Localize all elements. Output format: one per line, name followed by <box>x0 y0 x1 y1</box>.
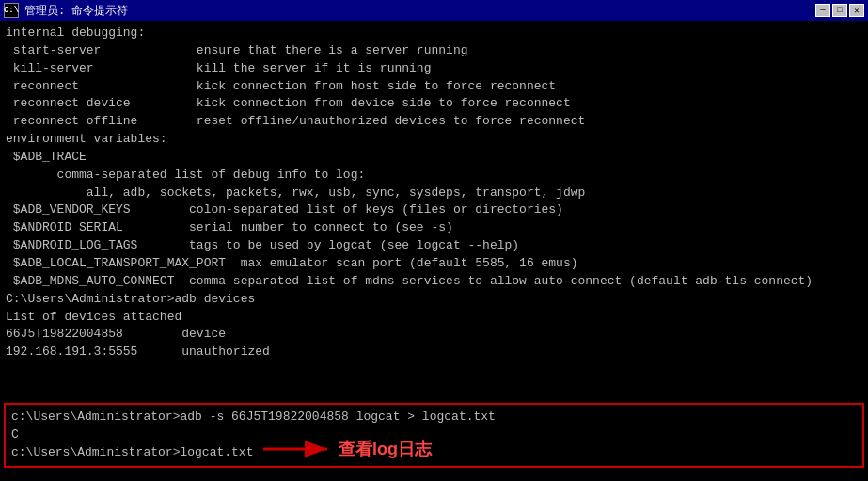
terminal-line: reconnect kick connection from host side… <box>6 78 862 96</box>
terminal-line: C:\Users\Administrator>adb devices <box>6 291 862 309</box>
terminal-output: internal debugging: start-server ensure … <box>6 24 862 361</box>
arrow-icon <box>263 440 339 458</box>
terminal-line: comma-separated list of debug info to lo… <box>6 167 862 184</box>
terminal-line: environment variables: <box>6 131 862 149</box>
terminal-line: List of devices attached <box>6 309 862 327</box>
highlight-lines: c:\Users\Administrator>adb -s 66J5T19822… <box>11 409 857 462</box>
terminal-line: $ADB_VENDOR_KEYS colon-separated list of… <box>6 201 862 219</box>
terminal-line: reconnect device kick connection from de… <box>6 95 862 113</box>
highlight-line: c:\Users\Administrator>adb -s 66J5T19822… <box>11 409 857 426</box>
terminal-line: 192.168.191.3:5555 unauthorized <box>6 344 862 361</box>
terminal-line: reconnect offline reset offline/unauthor… <box>6 113 862 131</box>
terminal-line: start-server ensure that there is a serv… <box>6 42 862 60</box>
minimize-button[interactable]: — <box>815 4 830 17</box>
terminal-line: all, adb, sockets, packets, rwx, usb, sy… <box>6 184 862 202</box>
title-bar: C:\ 管理员: 命令提示符 — □ ✕ <box>0 0 868 21</box>
highlight-line: c:\Users\Administrator>logcat.txt_ <box>11 444 857 462</box>
terminal-line: $ADB_MDNS_AUTO_CONNECT comma-separated l… <box>6 273 862 291</box>
terminal-line: kill-server kill the server if it is run… <box>6 60 862 78</box>
terminal-line: $ADB_TRACE <box>6 149 862 167</box>
app-icon: C:\ <box>4 3 19 18</box>
window-title: 管理员: 命令提示符 <box>24 3 128 19</box>
close-button[interactable]: ✕ <box>849 4 864 17</box>
terminal-line: $ANDROID_LOG_TAGS tags to be used by log… <box>6 237 862 255</box>
icon-text: C:\ <box>4 6 19 15</box>
highlight-line: C <box>11 426 857 444</box>
window-controls: — □ ✕ <box>815 4 864 17</box>
maximize-button[interactable]: □ <box>832 4 847 17</box>
highlight-box: c:\Users\Administrator>adb -s 66J5T19822… <box>4 403 864 468</box>
terminal-line: internal debugging: <box>6 24 862 42</box>
terminal-line: $ANDROID_SERIAL serial number to connect… <box>6 219 862 237</box>
terminal-line: $ADB_LOCAL_TRANSPORT_MAX_PORT max emulat… <box>6 255 862 273</box>
terminal-area: internal debugging: start-server ensure … <box>0 21 868 481</box>
annotation-text: 查看log日志 <box>339 438 432 460</box>
terminal-line: 66J5T19822004858 device <box>6 326 862 344</box>
titlebar-left: C:\ 管理员: 命令提示符 <box>4 3 128 19</box>
annotation: 查看log日志 <box>263 438 432 460</box>
